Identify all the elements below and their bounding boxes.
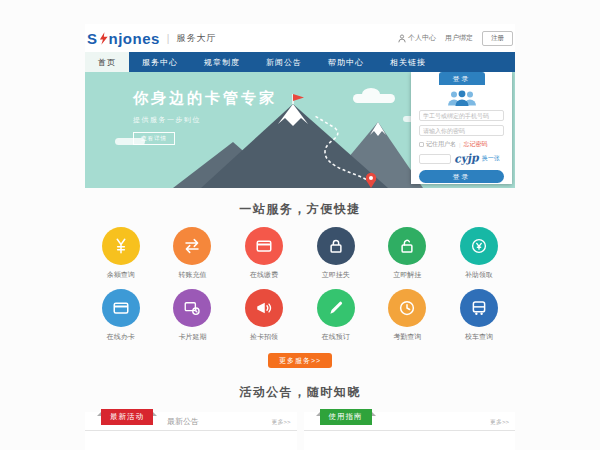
remember-row: 记住用户名 | 忘记密码 xyxy=(419,140,504,149)
service-circle[interactable] xyxy=(173,227,211,265)
service-label: 余额查询 xyxy=(107,270,135,280)
register-button[interactable]: 注册 xyxy=(482,31,513,46)
personal-center-label: 个人中心 xyxy=(408,33,436,43)
service-circle[interactable] xyxy=(102,289,140,327)
service-item-pay[interactable]: 在线缴费 xyxy=(228,227,300,280)
nav-item-home[interactable]: 首页 xyxy=(85,52,129,72)
services-heading: 一站服务，方便快捷 xyxy=(85,201,515,218)
hero-copy: 你身边的卡管专家 提供服务一步到位 查看详情 xyxy=(133,89,277,145)
user-bind-label: 用户绑定 xyxy=(445,33,473,43)
hero-banner: 你身边的卡管专家 提供服务一步到位 查看详情 xyxy=(85,72,515,188)
site-name: 服务大厅 xyxy=(176,32,216,45)
card-icon xyxy=(255,237,273,255)
service-item-school-bus[interactable]: 校车查询 xyxy=(443,289,515,342)
service-item-balance[interactable]: 余额查询 xyxy=(85,227,157,280)
user-guide-ribbon[interactable]: 使用指南 xyxy=(320,409,372,425)
login-tab[interactable]: 登录 xyxy=(439,72,485,85)
hero-title: 你身边的卡管专家 xyxy=(133,89,277,108)
change-captcha-link[interactable]: 换一张 xyxy=(482,154,500,163)
nav-item-rules[interactable]: 规章制度 xyxy=(191,52,253,72)
login-button[interactable]: 登录 xyxy=(419,170,504,183)
forgot-password-link[interactable]: 忘记密码 xyxy=(464,140,488,149)
service-item-attendance[interactable]: 考勤查询 xyxy=(372,289,444,342)
service-item-unlock[interactable]: 立即解挂 xyxy=(372,227,444,280)
service-circle[interactable] xyxy=(460,289,498,327)
user-bind-link[interactable]: 用户绑定 xyxy=(445,33,473,43)
service-item-found-card[interactable]: 捡卡招领 xyxy=(228,289,300,342)
nav-item-links[interactable]: 相关链接 xyxy=(377,52,439,72)
hero-subtitle: 提供服务一步到位 xyxy=(133,115,277,125)
service-circle[interactable] xyxy=(317,289,355,327)
service-circle[interactable] xyxy=(245,289,283,327)
card-icon xyxy=(112,299,130,317)
panel-header: 使用指南 更多>> xyxy=(304,412,516,431)
logo-prefix: S xyxy=(87,30,98,47)
logo-suffix: njones xyxy=(109,30,160,47)
service-circle[interactable] xyxy=(173,289,211,327)
service-item-transfer[interactable]: 转账充值 xyxy=(157,227,229,280)
service-label: 捡卡招领 xyxy=(250,332,278,342)
remember-label: 记住用户名 xyxy=(426,140,456,149)
nav-item-service-center[interactable]: 服务中心 xyxy=(129,52,191,72)
lightning-icon xyxy=(99,32,108,45)
service-circle[interactable] xyxy=(460,227,498,265)
password-input[interactable] xyxy=(419,125,504,136)
service-label: 立即挂失 xyxy=(322,270,350,280)
users-group-icon xyxy=(445,89,479,106)
more-services-button[interactable]: 更多服务>> xyxy=(268,353,332,368)
bus-icon xyxy=(470,299,488,317)
service-circle[interactable] xyxy=(245,227,283,265)
logo-divider: | xyxy=(167,33,170,44)
hero-cta-button[interactable]: 查看详情 xyxy=(133,132,175,145)
service-circle[interactable] xyxy=(102,227,140,265)
service-item-report-loss[interactable]: 立即挂失 xyxy=(300,227,372,280)
latest-news-tab[interactable]: 最新公告 xyxy=(167,416,199,427)
service-circle[interactable] xyxy=(317,227,355,265)
megaphone-icon xyxy=(255,299,273,317)
divider: | xyxy=(459,142,461,148)
latest-activity-ribbon[interactable]: 最新活动 xyxy=(101,409,153,425)
service-label: 在线预订 xyxy=(322,332,350,342)
coin-icon xyxy=(470,237,488,255)
main-nav: 首页 服务中心 规章制度 新闻公告 帮助中心 相关链接 xyxy=(85,52,515,72)
service-item-apply-card[interactable]: 在线办卡 xyxy=(85,289,157,342)
yen-icon xyxy=(112,237,130,255)
service-label: 校车查询 xyxy=(465,332,493,342)
site-header: S njones | 服务大厅 个人中心 用户绑定 注册 xyxy=(85,24,515,52)
personal-center-link[interactable]: 个人中心 xyxy=(398,33,436,43)
activity-panel-left: 最新活动 最新公告 更多>> xyxy=(85,412,297,450)
captcha-input[interactable] xyxy=(419,154,451,164)
service-label: 考勤查询 xyxy=(393,332,421,342)
card-clock-icon xyxy=(183,299,201,317)
captcha-row: cyjp 换一张 xyxy=(419,152,504,165)
service-item-subsidy[interactable]: 补助领取 xyxy=(443,227,515,280)
service-item-booking[interactable]: 在线预订 xyxy=(300,289,372,342)
unlock-icon xyxy=(398,237,416,255)
more-link[interactable]: 更多>> xyxy=(271,418,290,427)
user-icon xyxy=(398,34,406,43)
service-label: 转账充值 xyxy=(178,270,206,280)
service-circle[interactable] xyxy=(388,227,426,265)
activity-heading: 活动公告，随时知晓 xyxy=(85,384,515,401)
login-panel: 登录 记住用户名 | 忘记密码 cyjp 换一张 xyxy=(411,72,512,184)
remember-checkbox[interactable] xyxy=(419,142,424,147)
logo-text: S njones xyxy=(87,30,160,47)
service-label: 在线办卡 xyxy=(107,332,135,342)
transfer-icon xyxy=(183,237,201,255)
pencil-icon xyxy=(327,299,345,317)
service-circle[interactable] xyxy=(388,289,426,327)
service-label: 补助领取 xyxy=(465,270,493,280)
clock-icon xyxy=(398,299,416,317)
more-link[interactable]: 更多>> xyxy=(490,418,509,427)
service-item-card-extend[interactable]: 卡片延期 xyxy=(157,289,229,342)
panel-header: 最新活动 最新公告 更多>> xyxy=(85,412,297,431)
username-input[interactable] xyxy=(419,110,504,121)
page: S njones | 服务大厅 个人中心 用户绑定 注册 首页 xyxy=(0,0,600,450)
activity-panels: 最新活动 最新公告 更多>> 使用指南 更多>> xyxy=(85,412,515,450)
nav-item-news[interactable]: 新闻公告 xyxy=(253,52,315,72)
captcha-image[interactable]: cyjp xyxy=(454,151,480,166)
logo[interactable]: S njones | 服务大厅 xyxy=(87,30,216,47)
services-grid: 余额查询 转账充值 在线缴费 立即挂失 xyxy=(85,227,515,351)
nav-item-help[interactable]: 帮助中心 xyxy=(315,52,377,72)
activity-panel-right: 使用指南 更多>> xyxy=(304,412,516,450)
